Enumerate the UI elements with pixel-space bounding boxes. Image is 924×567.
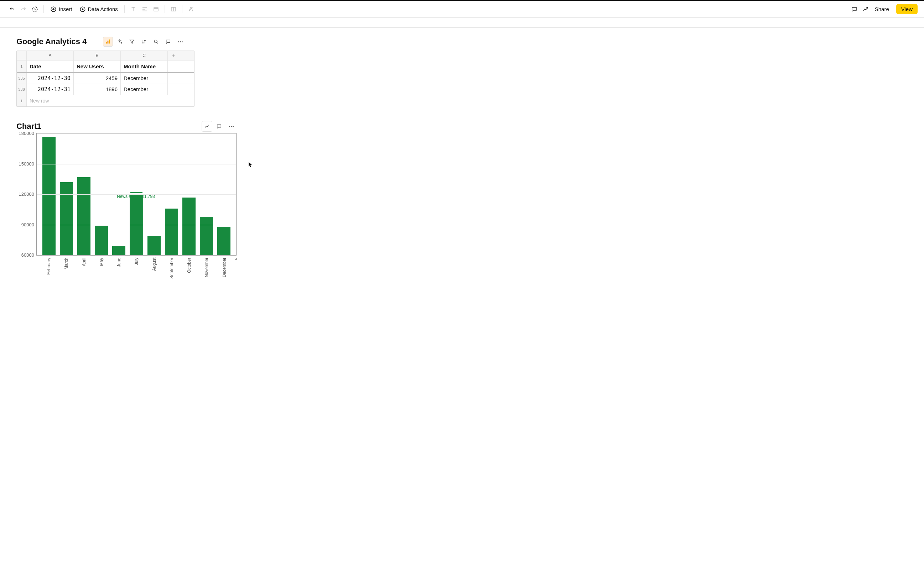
ai-sparkle-button[interactable] (114, 36, 125, 47)
chart-bar[interactable] (60, 182, 73, 255)
toolbar-separator (164, 5, 165, 13)
chart-more-button[interactable] (226, 121, 236, 132)
chart-bar[interactable] (200, 217, 213, 255)
x-tick-label: April (77, 258, 90, 286)
svg-rect-7 (109, 39, 110, 44)
chart-gridline (37, 164, 236, 165)
svg-rect-5 (106, 42, 107, 44)
x-tick-label: December (218, 258, 231, 286)
chart-type-button[interactable] (202, 121, 212, 132)
header-new-users[interactable]: New Users (74, 60, 121, 72)
chart-y-axis: 6000090000120000150000180000 (17, 133, 36, 255)
undo-button[interactable] (6, 3, 18, 15)
x-tick-label: September (165, 258, 178, 286)
x-tick-label: August (147, 258, 161, 286)
toolbar-separator (44, 5, 44, 13)
cell-date[interactable]: 2024-12-30 (27, 73, 74, 84)
row-number[interactable]: 336 (17, 84, 27, 94)
align-button[interactable] (139, 3, 150, 15)
table-more-button[interactable] (175, 36, 185, 47)
y-tick-label: 90000 (21, 222, 34, 227)
toolbar-separator (124, 5, 125, 13)
y-tick-label: 120000 (19, 192, 34, 197)
analytics-icon (105, 39, 111, 45)
y-tick-label: 60000 (21, 252, 34, 258)
cell-month[interactable]: December (121, 84, 168, 94)
x-tick-label: July (129, 258, 143, 286)
more-icon (229, 126, 234, 127)
column-header-c[interactable]: C (121, 51, 168, 60)
insert-button[interactable]: Insert (47, 3, 76, 15)
data-actions-button[interactable]: Data Actions (76, 3, 122, 15)
top-toolbar: Insert Data Actions (0, 1, 924, 18)
select-all-cell[interactable] (17, 51, 27, 60)
data-actions-label: Data Actions (88, 6, 118, 12)
view-label: View (901, 6, 913, 12)
cell-date[interactable]: 2024-12-31 (27, 84, 74, 94)
toolbar-separator (182, 5, 182, 13)
redo-button[interactable] (18, 3, 29, 15)
cell-new-users[interactable]: 1896 (74, 84, 121, 94)
sort-button[interactable] (138, 36, 149, 47)
chart-bar[interactable] (42, 136, 56, 255)
header-row-number[interactable]: 1 (17, 60, 27, 72)
new-row[interactable]: + New row (17, 95, 194, 106)
chart-bar[interactable] (95, 226, 108, 255)
row-number[interactable]: 335 (17, 73, 27, 84)
add-row-button[interactable]: + (17, 95, 27, 106)
table-title: Google Analytics 4 (17, 37, 87, 46)
row-pad (168, 73, 179, 84)
new-row-placeholder[interactable]: New row (27, 95, 194, 106)
table-row[interactable]: 335 2024-12-30 2459 December (17, 73, 194, 84)
cell-format-button[interactable] (150, 3, 162, 15)
chart-x-axis: FebruaryMarchAprilMayJuneJulyAugustSepte… (36, 255, 236, 286)
chart-resize-handle[interactable] (233, 255, 237, 260)
x-tick-label: October (182, 258, 196, 286)
column-header-b[interactable]: B (74, 51, 121, 60)
add-column-button[interactable]: + (168, 51, 179, 60)
table-row[interactable]: 336 2024-12-31 1896 December (17, 84, 194, 95)
x-tick-label: March (60, 258, 73, 286)
header-pad (168, 60, 179, 72)
search-button[interactable] (150, 36, 161, 47)
view-button[interactable]: View (896, 4, 918, 14)
row-pad (168, 84, 179, 94)
chart-goal-line (130, 192, 143, 193)
comments-button[interactable] (849, 3, 860, 15)
trend-button[interactable] (860, 3, 871, 15)
svg-rect-6 (108, 40, 108, 44)
table-comments-button[interactable] (163, 36, 173, 47)
chart-comments-button[interactable] (214, 121, 224, 132)
insert-label: Insert (59, 6, 72, 12)
chart-plot-area[interactable]: Newsletter: 121,793 (36, 133, 236, 255)
cell-reference-box[interactable] (0, 18, 27, 27)
chart-bar[interactable] (165, 208, 178, 255)
chart-block: Chart1 6000090000120000150000180000 (17, 121, 236, 286)
table-block: Google Analytics 4 (17, 36, 924, 107)
x-tick-label: May (95, 258, 108, 286)
share-label: Share (875, 6, 889, 12)
more-icon (178, 41, 183, 42)
share-button[interactable]: Share (871, 6, 892, 12)
chart-bar[interactable] (112, 246, 125, 255)
chart-gridline (37, 225, 236, 225)
text-format-button[interactable] (128, 3, 139, 15)
ga-connector-icon[interactable] (103, 37, 113, 46)
clear-format-button[interactable] (185, 3, 197, 15)
chart-title: Chart1 (17, 122, 41, 131)
data-table[interactable]: A B C + 1 Date New Users Month Name 335 … (17, 51, 194, 107)
column-format-button[interactable] (168, 3, 179, 15)
chart-bar[interactable] (182, 198, 196, 255)
cell-new-users[interactable]: 2459 (74, 73, 121, 84)
chart-bar[interactable] (217, 227, 230, 255)
chart-bar[interactable] (77, 177, 90, 255)
chart-bar[interactable] (147, 236, 161, 255)
column-header-a[interactable]: A (27, 51, 74, 60)
svg-rect-3 (154, 7, 158, 11)
formula-bar[interactable] (0, 18, 924, 28)
cell-month[interactable]: December (121, 73, 168, 84)
history-button[interactable] (29, 3, 41, 15)
header-month[interactable]: Month Name (121, 60, 168, 72)
header-date[interactable]: Date (27, 60, 74, 72)
filter-button[interactable] (126, 36, 137, 47)
